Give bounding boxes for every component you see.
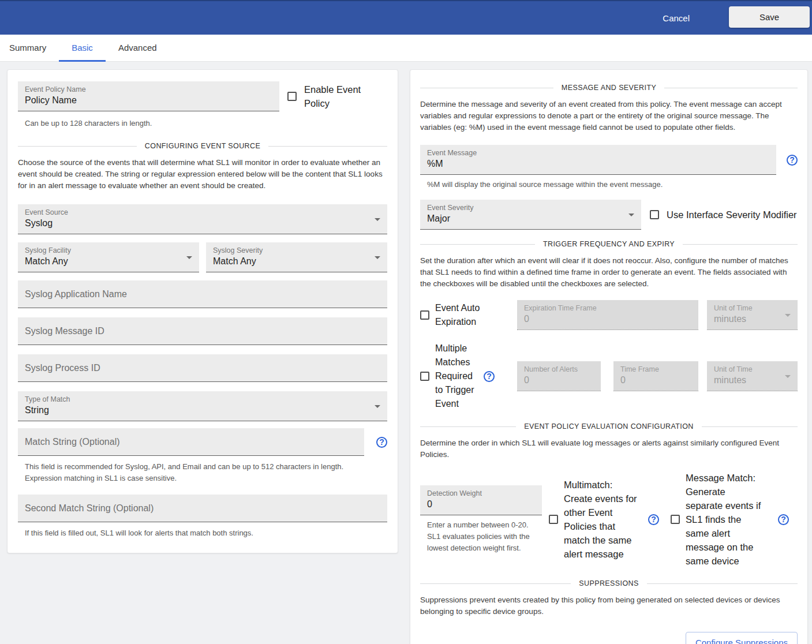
matches-unit-label: Unit of Time bbox=[714, 365, 791, 374]
help-icon[interactable]: ? bbox=[778, 514, 789, 525]
section-message-and-severity: MESSAGE AND SEVERITY bbox=[420, 84, 798, 92]
section-suppressions: SUPPRESSIONS bbox=[420, 579, 798, 587]
multiple-matches-control: Multiple Matches Required to Trigger Eve… bbox=[420, 342, 517, 411]
time-frame-field: Time Frame 0 bbox=[613, 361, 698, 391]
top-bar: Cancel Save bbox=[0, 0, 812, 35]
detection-weight-value: 0 bbox=[427, 498, 535, 511]
match-string-helper: This field is recommended for Syslog, AP… bbox=[18, 461, 364, 484]
syslog-facility-select[interactable]: Syslog Facility Match Any bbox=[18, 242, 199, 272]
event-message-helper: %M will display the original source mess… bbox=[420, 179, 798, 190]
help-icon[interactable]: ? bbox=[484, 371, 495, 382]
syslog-facility-label: Syslog Facility bbox=[25, 246, 192, 255]
policy-name-helper: Can be up to 128 characters in length. bbox=[18, 118, 387, 129]
policy-name-row: Event Policy Name Policy Name Enable Eve… bbox=[18, 81, 387, 111]
chevron-down-icon bbox=[375, 256, 380, 259]
second-match-helper: If this field is filled out, SL1 will lo… bbox=[18, 527, 387, 539]
message-severity-panel: MESSAGE AND SEVERITY Determine the messa… bbox=[410, 69, 808, 644]
interface-severity-modifier-checkbox[interactable] bbox=[650, 210, 659, 219]
message-match-control: Message Match: Generate separate events … bbox=[671, 471, 789, 568]
event-message-field[interactable]: Event Message %M bbox=[420, 145, 776, 175]
auto-expiration-row: Event Auto Expiration Expiration Time Fr… bbox=[420, 300, 798, 330]
configure-suppressions-button[interactable]: Configure Suppressions bbox=[686, 632, 798, 644]
event-severity-label: Event Severity bbox=[427, 203, 634, 212]
syslog-severity-label: Syslog Severity bbox=[213, 246, 380, 255]
event-message-row: Event Message %M ? bbox=[420, 145, 798, 175]
type-of-match-select[interactable]: Type of Match String bbox=[18, 391, 387, 421]
detection-weight-field[interactable]: Detection Weight 0 bbox=[420, 485, 542, 515]
type-of-match-label: Type of Match bbox=[25, 395, 380, 404]
enable-event-policy-label: Enable Event Policy bbox=[304, 83, 387, 110]
trigger-description: Set the duration after which an event wi… bbox=[420, 255, 798, 290]
event-severity-row: Event Severity Major Use Interface Sever… bbox=[420, 200, 798, 230]
multiple-matches-fields: Number of Alerts 0 Time Frame 0 Unit of … bbox=[517, 361, 798, 391]
content-area: Event Policy Name Policy Name Enable Eve… bbox=[0, 62, 812, 644]
number-of-alerts-label: Number of Alerts bbox=[524, 365, 594, 374]
match-string-row: ? bbox=[18, 428, 387, 456]
chevron-down-icon bbox=[375, 218, 380, 221]
tab-advanced[interactable]: Advanced bbox=[106, 35, 170, 62]
multiple-matches-label: Multiple Matches Required to Trigger Eve… bbox=[435, 342, 478, 411]
time-frame-value: 0 bbox=[620, 374, 691, 387]
matches-unit-of-time-select: Unit of Time minutes bbox=[707, 361, 798, 391]
number-of-alerts-value: 0 bbox=[524, 374, 594, 387]
syslog-application-name-input[interactable] bbox=[18, 280, 387, 308]
expiration-time-frame-value: 0 bbox=[524, 313, 691, 325]
second-match-string-input[interactable] bbox=[18, 495, 387, 522]
message-match-checkbox[interactable] bbox=[671, 515, 680, 524]
chevron-down-icon bbox=[628, 214, 634, 216]
event-severity-select[interactable]: Event Severity Major bbox=[420, 200, 641, 230]
event-policy-name-field[interactable]: Event Policy Name Policy Name bbox=[18, 81, 279, 111]
event-source-value: Syslog bbox=[25, 217, 380, 230]
chevron-down-icon bbox=[375, 405, 380, 408]
section-configuring-event-source: CONFIGURING EVENT SOURCE bbox=[18, 142, 387, 150]
chevron-down-icon bbox=[785, 375, 791, 378]
time-frame-label: Time Frame bbox=[620, 365, 691, 374]
tab-summary[interactable]: Summary bbox=[5, 35, 59, 62]
configuring-description: Choose the source of the events that wil… bbox=[18, 157, 387, 192]
syslog-process-id-input[interactable] bbox=[18, 354, 387, 382]
event-source-label: Event Source bbox=[25, 208, 380, 217]
type-of-match-value: String bbox=[25, 404, 380, 417]
expiration-unit-label: Unit of Time bbox=[714, 304, 791, 313]
help-icon[interactable]: ? bbox=[787, 155, 798, 166]
expiration-unit-value: minutes bbox=[714, 313, 791, 325]
evaluation-description: Determine the order in which SL1 will ev… bbox=[420, 437, 798, 460]
syslog-facility-severity-row: Syslog Facility Match Any Syslog Severit… bbox=[18, 242, 387, 272]
interface-severity-modifier-label: Use Interface Severity Modifier bbox=[667, 208, 797, 222]
event-message-label: Event Message bbox=[427, 148, 769, 158]
chevron-down-icon bbox=[186, 256, 192, 259]
expiration-time-frame-field: Expiration Time Frame 0 bbox=[517, 300, 698, 330]
cancel-button[interactable]: Cancel bbox=[657, 9, 695, 28]
expiration-time-frame-label: Expiration Time Frame bbox=[524, 304, 691, 313]
event-source-panel: Event Policy Name Policy Name Enable Eve… bbox=[7, 69, 398, 553]
event-auto-expiration-checkbox[interactable] bbox=[420, 310, 429, 320]
enable-event-policy-checkbox[interactable] bbox=[287, 92, 297, 101]
save-button[interactable]: Save bbox=[729, 6, 810, 28]
detection-weight-block: Detection Weight 0 Enter a number betwee… bbox=[420, 485, 542, 554]
help-icon[interactable]: ? bbox=[376, 437, 387, 448]
section-trigger-frequency: TRIGGER FREQUENCY AND EXPIRY bbox=[420, 240, 798, 248]
message-match-label: Message Match: Generate separate events … bbox=[686, 471, 763, 568]
interface-severity-modifier: Use Interface Severity Modifier bbox=[650, 208, 797, 222]
detection-weight-label: Detection Weight bbox=[427, 489, 535, 498]
multiple-matches-checkbox[interactable] bbox=[420, 372, 429, 381]
event-source-select[interactable]: Event Source Syslog bbox=[18, 204, 387, 234]
tab-basic[interactable]: Basic bbox=[59, 35, 106, 62]
multimatch-label: Multimatch: Create events for other Even… bbox=[564, 478, 638, 561]
auto-expiration-fields: Expiration Time Frame 0 Unit of Time min… bbox=[517, 300, 798, 330]
event-auto-expiration-label: Event Auto Expiration bbox=[435, 301, 499, 329]
syslog-message-id-input[interactable] bbox=[18, 317, 387, 345]
chevron-down-icon bbox=[785, 314, 791, 317]
message-severity-description: Determine the message and severity of an… bbox=[420, 99, 798, 133]
multimatch-control: Multimatch: Create events for other Even… bbox=[549, 478, 659, 561]
expiration-unit-of-time-select: Unit of Time minutes bbox=[707, 300, 798, 330]
syslog-severity-value: Match Any bbox=[213, 255, 380, 268]
event-message-value: %M bbox=[427, 158, 769, 170]
match-string-input[interactable] bbox=[18, 428, 364, 456]
syslog-severity-select[interactable]: Syslog Severity Match Any bbox=[206, 242, 387, 272]
event-severity-value: Major bbox=[427, 212, 634, 225]
multimatch-checkbox[interactable] bbox=[549, 515, 558, 524]
event-policy-name-label: Event Policy Name bbox=[25, 85, 272, 94]
help-icon[interactable]: ? bbox=[648, 514, 659, 525]
auto-expiration-control: Event Auto Expiration bbox=[420, 301, 517, 329]
